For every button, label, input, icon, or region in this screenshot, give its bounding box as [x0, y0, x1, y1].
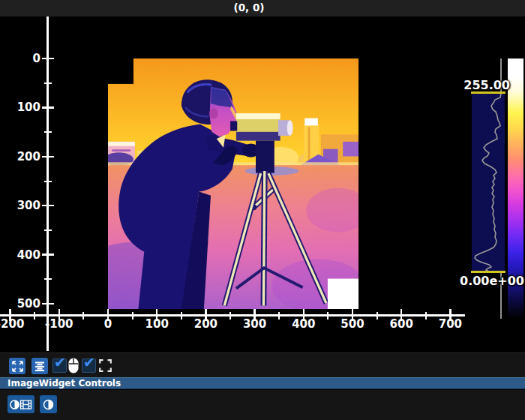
autoscale-button[interactable]: [9, 358, 26, 374]
y-minor-tick: [44, 278, 52, 280]
y-tick-label: 300: [0, 200, 40, 212]
reset-vminvmax-frame-button[interactable]: [8, 395, 34, 413]
cameraman-image[interactable]: [108, 58, 358, 309]
reset-vminvmax-button[interactable]: [40, 395, 57, 413]
checkmark-icon: ✔: [83, 354, 95, 370]
vmax-label: 255.00: [444, 78, 510, 92]
black-square-region: [108, 58, 134, 84]
x-minor-tick: [181, 312, 182, 320]
image-widget-window: (0, 0): [0, 0, 525, 420]
contrast-circle-and-film-strip-icon: [10, 399, 32, 410]
fullscreen-icon[interactable]: [99, 359, 112, 372]
plot-toolbar: ✔ ✔: [0, 352, 525, 377]
imagewidget-controls-body: [0, 390, 525, 420]
x-minor-tick: [425, 312, 427, 320]
maintain-aspect-checkbox[interactable]: ✔: [82, 358, 96, 373]
x-tick-label: 100: [134, 318, 179, 330]
x-minor-tick: [34, 312, 35, 320]
y-minor-tick: [44, 181, 52, 182]
subplot-title-bar: (0, 0): [0, 0, 525, 16]
checkmark-icon: ✔: [54, 354, 66, 370]
imagewidget-controls-header[interactable]: ImageWidget Controls: [0, 377, 525, 389]
y-tick-label: 200: [0, 151, 40, 163]
x-tick-label: 300: [232, 318, 278, 330]
y-tick-label: 100: [0, 101, 40, 113]
white-square-region: [328, 279, 358, 309]
y-major-tick: [42, 58, 54, 60]
y-minor-tick: [44, 131, 52, 133]
x-tick-label: -200: [0, 318, 33, 330]
y-major-tick: [42, 205, 54, 207]
mouse-icon[interactable]: [68, 358, 79, 374]
x-tick-label: 700: [428, 318, 472, 330]
histogram-curve: [471, 92, 506, 273]
contrast-circle-icon: [43, 399, 54, 410]
x-tick-label: 200: [183, 318, 228, 330]
y-major-tick: [42, 106, 54, 109]
x-tick-label: 500: [330, 318, 375, 330]
x-minor-tick: [376, 312, 378, 320]
panzoom-checkbox[interactable]: ✔: [52, 358, 67, 373]
y-axis-line: [46, 16, 49, 351]
y-minor-tick: [44, 82, 52, 84]
x-axis-line: [0, 314, 465, 316]
x-tick-label: -100: [37, 318, 82, 330]
y-minor-tick: [44, 230, 52, 231]
four-arrows-out-icon: [12, 361, 23, 372]
y-tick-label: 500: [0, 298, 40, 310]
y-major-tick: [42, 303, 54, 305]
vmin-handle[interactable]: [471, 271, 506, 273]
y-tick-label: 400: [0, 249, 40, 261]
y-tick-label: 0: [0, 52, 40, 64]
vmin-label: 0.00e+00: [454, 274, 525, 288]
x-minor-tick: [230, 312, 231, 320]
x-tick-label: 600: [379, 318, 424, 330]
x-minor-tick: [327, 312, 328, 320]
x-minor-tick: [82, 312, 84, 320]
x-tick-label: 400: [281, 318, 326, 330]
y-major-tick: [42, 156, 54, 158]
x-minor-tick: [132, 312, 134, 320]
subplot-title: (0, 0): [234, 2, 265, 14]
y-major-tick: [42, 254, 54, 256]
x-minor-tick: [278, 312, 280, 320]
x-tick-label: 0: [86, 318, 130, 330]
center-scene-button[interactable]: [32, 358, 48, 374]
centered-bars-icon: [34, 362, 45, 371]
imagewidget-controls-title: ImageWidget Controls: [0, 378, 525, 388]
